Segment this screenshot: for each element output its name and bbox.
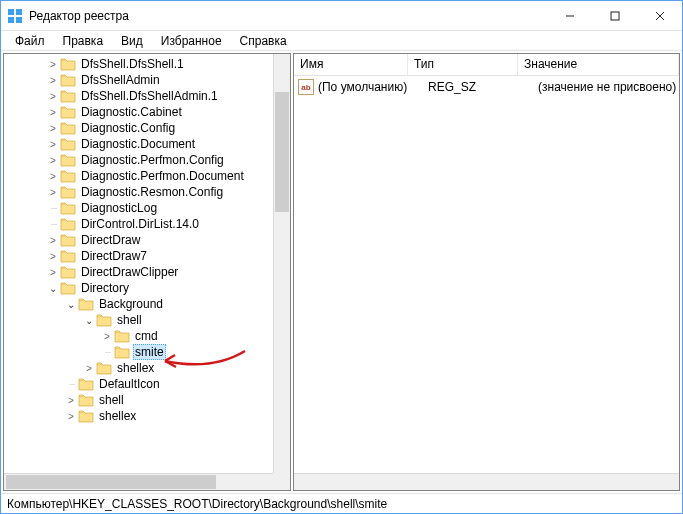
expander-collapsed-icon[interactable]: >	[100, 331, 114, 342]
tree-item[interactable]: >Diagnostic.Document	[6, 136, 290, 152]
scrollbar-thumb[interactable]	[275, 92, 289, 212]
expander-collapsed-icon[interactable]: >	[46, 187, 60, 198]
expander-collapsed-icon[interactable]: >	[82, 363, 96, 374]
tree-item-label: Diagnostic.Document	[79, 136, 197, 152]
tree-item-label: DirectDraw	[79, 232, 142, 248]
values-pane: Имя Тип Значение ab (По умолчанию) REG_S…	[293, 53, 680, 491]
tree-item-label: DiagnosticLog	[79, 200, 159, 216]
tree-item[interactable]: >shellex	[6, 360, 290, 376]
expander-collapsed-icon[interactable]: >	[64, 395, 78, 406]
folder-icon	[114, 329, 130, 343]
menubar: Файл Правка Вид Избранное Справка	[1, 31, 682, 51]
tree-item-label: Diagnostic.Config	[79, 120, 177, 136]
status-path: Компьютер\HKEY_CLASSES_ROOT\Directory\Ba…	[7, 497, 387, 511]
tree-item[interactable]: >Diagnostic.Perfmon.Document	[6, 168, 290, 184]
folder-icon	[60, 201, 76, 215]
statusbar: Компьютер\HKEY_CLASSES_ROOT\Directory\Ba…	[1, 493, 682, 513]
tree-item[interactable]: >DirectDraw7	[6, 248, 290, 264]
tree-item[interactable]: >cmd	[6, 328, 290, 344]
tree-item[interactable]: >Diagnostic.Config	[6, 120, 290, 136]
tree-item[interactable]: ⋯DefaultIcon	[6, 376, 290, 392]
menu-file[interactable]: Файл	[7, 32, 53, 50]
tree-item-label: Directory	[79, 280, 131, 296]
folder-icon	[60, 233, 76, 247]
folder-icon	[78, 393, 94, 407]
minimize-button[interactable]	[547, 1, 592, 30]
tree-item[interactable]: >DirectDraw	[6, 232, 290, 248]
value-row[interactable]: ab (По умолчанию) REG_SZ (значение не пр…	[294, 78, 679, 96]
tree-item[interactable]: ⋯DirControl.DirList.14.0	[6, 216, 290, 232]
scrollbar-thumb[interactable]	[6, 475, 216, 489]
column-type[interactable]: Тип	[408, 54, 518, 75]
tree-item-label: Diagnostic.Perfmon.Config	[79, 152, 226, 168]
expander-collapsed-icon[interactable]: >	[46, 251, 60, 262]
svg-rect-3	[16, 17, 22, 23]
expander-collapsed-icon[interactable]: >	[46, 107, 60, 118]
tree-item-label: DfsShell.DfsShellAdmin.1	[79, 88, 220, 104]
tree-item[interactable]: >Diagnostic.Resmon.Config	[6, 184, 290, 200]
folder-icon	[60, 137, 76, 151]
expander-expanded-icon[interactable]: ⌄	[82, 315, 96, 326]
tree-item-label: Background	[97, 296, 165, 312]
expander-collapsed-icon[interactable]: >	[46, 91, 60, 102]
folder-icon	[60, 169, 76, 183]
folder-icon	[96, 361, 112, 375]
tree-item[interactable]: ⋯smite	[6, 344, 290, 360]
tree-scrollbar-vertical[interactable]	[273, 54, 290, 473]
tree-item-label: shellex	[115, 360, 156, 376]
expander-collapsed-icon[interactable]: >	[46, 123, 60, 134]
folder-icon	[60, 89, 76, 103]
tree-guide: ⋯	[100, 349, 114, 355]
menu-edit[interactable]: Правка	[55, 32, 112, 50]
tree-item[interactable]: >DfsShell.DfsShell.1	[6, 56, 290, 72]
registry-tree[interactable]: >DfsShell.DfsShell.1>DfsShellAdmin>DfsSh…	[4, 54, 290, 426]
tree-item[interactable]: ⌄Background	[6, 296, 290, 312]
svg-rect-0	[8, 9, 14, 15]
column-name[interactable]: Имя	[294, 54, 408, 75]
tree-item-label: DfsShellAdmin	[79, 72, 162, 88]
svg-rect-2	[8, 17, 14, 23]
tree-item[interactable]: ⋯DiagnosticLog	[6, 200, 290, 216]
menu-view[interactable]: Вид	[113, 32, 151, 50]
tree-item-label: DirControl.DirList.14.0	[79, 216, 201, 232]
expander-collapsed-icon[interactable]: >	[46, 59, 60, 70]
values-scrollbar-horizontal[interactable]	[294, 473, 679, 490]
expander-expanded-icon[interactable]: ⌄	[46, 283, 60, 294]
tree-item-label: DirectDraw7	[79, 248, 149, 264]
expander-collapsed-icon[interactable]: >	[64, 411, 78, 422]
expander-collapsed-icon[interactable]: >	[46, 267, 60, 278]
column-headers: Имя Тип Значение	[294, 54, 679, 76]
tree-item[interactable]: >DfsShell.DfsShellAdmin.1	[6, 88, 290, 104]
tree-item[interactable]: >Diagnostic.Cabinet	[6, 104, 290, 120]
tree-guide: ⋯	[46, 205, 60, 211]
expander-expanded-icon[interactable]: ⌄	[64, 299, 78, 310]
tree-scrollbar-horizontal[interactable]	[4, 473, 273, 490]
menu-favorites[interactable]: Избранное	[153, 32, 230, 50]
expander-collapsed-icon[interactable]: >	[46, 171, 60, 182]
value-type: REG_SZ	[428, 80, 538, 94]
tree-item[interactable]: >shell	[6, 392, 290, 408]
tree-item[interactable]: >Diagnostic.Perfmon.Config	[6, 152, 290, 168]
menu-help[interactable]: Справка	[232, 32, 295, 50]
tree-item[interactable]: ⌄Directory	[6, 280, 290, 296]
folder-icon	[114, 345, 130, 359]
tree-guide: ⋯	[46, 221, 60, 227]
tree-item-label: shellex	[97, 408, 138, 424]
tree-item[interactable]: >DfsShellAdmin	[6, 72, 290, 88]
maximize-button[interactable]	[592, 1, 637, 30]
expander-collapsed-icon[interactable]: >	[46, 155, 60, 166]
tree-item-label: shell	[115, 312, 144, 328]
expander-collapsed-icon[interactable]: >	[46, 235, 60, 246]
tree-item[interactable]: >shellex	[6, 408, 290, 424]
column-data[interactable]: Значение	[518, 54, 679, 75]
string-value-icon: ab	[298, 79, 314, 95]
close-button[interactable]	[637, 1, 682, 30]
tree-item-label: cmd	[133, 328, 160, 344]
tree-item[interactable]: ⌄shell	[6, 312, 290, 328]
expander-collapsed-icon[interactable]: >	[46, 75, 60, 86]
expander-collapsed-icon[interactable]: >	[46, 139, 60, 150]
value-data: (значение не присвоено)	[538, 80, 679, 94]
folder-icon	[60, 249, 76, 263]
tree-item[interactable]: >DirectDrawClipper	[6, 264, 290, 280]
titlebar: Редактор реестра	[1, 1, 682, 31]
